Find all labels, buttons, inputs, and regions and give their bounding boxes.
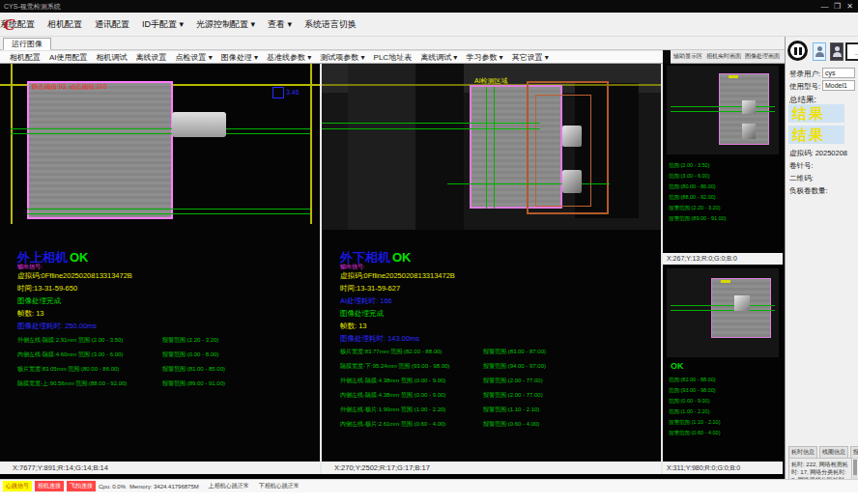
pause-button[interactable] xyxy=(787,41,808,61)
mid-measure-line-1 xyxy=(322,123,540,124)
alarm-range: 报警范围:(89.00 - 91.00) xyxy=(162,379,225,394)
menu-camera-config[interactable]: 相机配置 xyxy=(47,18,82,31)
measure-value: 外侧左线-极片:1.90mm 范围:(1.00 - 2.20) xyxy=(340,406,483,420)
left-cam-status: OK xyxy=(70,250,89,265)
menu-comm-config[interactable]: 通讯配置 xyxy=(95,18,129,31)
alarm-range: 报警范围:(0.60 - 4.00) xyxy=(483,420,539,434)
minimize-button[interactable]: — xyxy=(818,1,831,12)
model-field[interactable]: Model1 xyxy=(822,80,855,91)
thumb-top-bright-1 xyxy=(742,100,756,114)
left-cell-region xyxy=(27,81,173,219)
mid-elapsed-text: 图像处理耗时: 143.00ms xyxy=(340,334,419,344)
mid-slab-2 xyxy=(415,64,464,230)
app-window: CYS-视觉检测系统 — ❐ ✕ C 系统配置 相机配置 通讯配置 ID手配置 … xyxy=(0,0,858,504)
left-camera-panel[interactable]: 静态阈值:93, 动态阈值:100 3.46 外上相机OK 输出信号: 虚拟码:… xyxy=(0,64,320,462)
mid-signal-label: 输出信号: xyxy=(340,263,365,271)
measure-value: 外侧左线-隔膜:4.38mm 范围:(0.00 - 9.00) xyxy=(340,377,483,391)
left-measure-line-2 xyxy=(11,133,310,134)
app-logo-icon: C xyxy=(4,15,14,35)
left-roi-line-right xyxy=(310,64,312,224)
left-roi-line-left xyxy=(11,64,13,224)
measurement-row: 内侧左线-隔膜:4.60mm 范围:(3.00 - 6.00)报警范围:(0.0… xyxy=(17,350,225,365)
thumb-bottom-text: 范围:(0.00 - 9.00) xyxy=(669,396,710,406)
thumb-bottom-bright xyxy=(734,295,750,311)
measure-value: 极片宽度:83.05mm 范围:(80.00 - 86.00) xyxy=(17,365,162,379)
left-measure-line-3 xyxy=(27,209,310,210)
left-threshold-text: 静态阈值:93, 动态阈值:100 xyxy=(32,83,106,92)
thumb-top-text: 范围:(3.00 - 6.00) xyxy=(669,171,710,182)
user-switch-button[interactable] xyxy=(830,42,844,61)
alarm-range: 报警范围:(2.00 - 77.00) xyxy=(483,391,543,406)
tab-run-image[interactable]: 运行图像 xyxy=(3,38,51,50)
thumb-bottom-text: 报警范围:(0.60 - 4.00) xyxy=(669,428,721,438)
login-user-field[interactable]: cys xyxy=(822,68,855,78)
measurement-row: 外侧左线-极片:1.90mm 范围:(1.00 - 2.20)报警范围:(1.1… xyxy=(340,406,546,420)
mid-cam-status: OK xyxy=(392,250,412,265)
pause-icon xyxy=(787,41,808,61)
user-icon xyxy=(817,46,822,51)
tool-test-params[interactable]: 测试项参数 ▾ xyxy=(320,52,364,63)
toolbar: 相机配置 AI使用配置 相机调试 离线设置 点检设置 ▾ 图像处理 ▾ 基准线参… xyxy=(0,50,663,64)
tool-offline-debug[interactable]: 离线调试 ▾ xyxy=(420,52,457,63)
mid-measure-line-v2 xyxy=(494,87,495,209)
measure-value: 外侧左线-隔膜:2.91mm 范围:(2.00 - 3.50) xyxy=(17,336,162,350)
mid-slab-1 xyxy=(348,64,415,230)
mid-code-text: 虚拟码:0Ffline2025020813313472B xyxy=(340,271,455,281)
tool-other-setting[interactable]: 其它设置 ▾ xyxy=(512,52,549,63)
log-scrollbar-thumb[interactable] xyxy=(853,460,857,475)
sidebar: → 登录用户: cys 使用型号: Model1 总结果: 结果 结果 虚拟码:… xyxy=(785,37,858,479)
thumb-bottom-line-2 xyxy=(671,310,775,311)
bottom-margin xyxy=(0,492,858,504)
thumb-bottom-panel[interactable]: OK 范围:(82.00 - 88.00) 范围:(93.00 - 98.00)… xyxy=(663,265,783,462)
thumb-bottom-coords: X:311;Y:980;R:0;G:0;B:0 xyxy=(663,462,783,474)
thumb-top-text: 范围:(80.00 - 86.00) xyxy=(669,182,716,192)
thumb-bottom-text: 范围:(1.00 - 2.20) xyxy=(669,406,710,417)
mid-measurement-list: 极片宽度:83.77mm 范围:(82.00 - 88.00)报警范围:(83.… xyxy=(340,348,546,434)
result-badge-2: 结果 xyxy=(788,126,844,144)
tool-offline-setting[interactable]: 离线设置 xyxy=(136,52,167,63)
menu-id-config[interactable]: ID手配置 ▾ xyxy=(142,18,184,31)
thumb-top-panel[interactable]: 范围:(2.00 - 3.50) 范围:(3.00 - 6.00) 范围:(80… xyxy=(663,64,783,253)
measurement-row: 极片宽度:83.05mm 范围:(80.00 - 86.00)报警范围:(81.… xyxy=(17,365,225,379)
menu-light-config[interactable]: 光源控制配置 ▾ xyxy=(196,18,255,31)
tool-camera-debug[interactable]: 相机调试 xyxy=(97,52,128,63)
user-login-button[interactable] xyxy=(813,42,826,61)
thumb-tab-aux[interactable]: 辅助显示区 xyxy=(673,52,702,61)
menu-language[interactable]: 系统语言切换 xyxy=(304,18,357,31)
heartbeat-badge: 心跳信号 xyxy=(3,481,32,491)
menu-view[interactable]: 查看 ▾ xyxy=(268,18,292,31)
mid-measure-line-3 xyxy=(447,183,610,184)
thumb-tab-processed[interactable]: 图像处理画面 xyxy=(745,52,780,61)
upper-cam-heartbeat-text: 上相机心跳正常 xyxy=(209,482,249,490)
logout-button[interactable]: → xyxy=(845,42,858,61)
measurement-row: 极片宽度:83.77mm 范围:(82.00 - 88.00)报警范围:(83.… xyxy=(340,348,546,362)
tool-check-setting[interactable]: 点检设置 ▾ xyxy=(176,52,213,63)
needle-label: 卷针号: xyxy=(789,161,814,171)
mid-done-text: 图像处理完成 xyxy=(340,309,384,319)
close-button[interactable]: ✕ xyxy=(844,1,856,12)
measure-value: 极片宽度:83.77mm 范围:(82.00 - 88.00) xyxy=(340,348,483,362)
thumb-bottom-line-1 xyxy=(671,305,775,306)
tool-plc-table[interactable]: PLC地址表 xyxy=(374,52,413,63)
tool-image-process[interactable]: 图像处理 ▾ xyxy=(221,52,258,63)
thumb-tab-live[interactable]: 相机实时画面 xyxy=(706,52,741,61)
mid-pixel-coords: X:270;Y:2502;R:17;G:17;B:17 xyxy=(322,462,661,474)
tool-camera-config[interactable]: 相机配置 xyxy=(10,52,41,63)
tool-ai-config[interactable]: AI使用配置 xyxy=(49,52,88,63)
measurement-row: 内侧左线-极片:2.61mm 范围:(0.60 - 4.00)报警范围:(0.6… xyxy=(340,420,546,434)
measurement-row: 隔膜宽度-上:90.56mm 范围:(88.00 - 92.00)报警范围:(8… xyxy=(17,379,225,394)
measure-value: 隔膜宽度-上:90.56mm 范围:(88.00 - 92.00) xyxy=(17,379,162,394)
tab-strip: 运行图像 xyxy=(0,37,785,50)
measure-value: 内侧左线-隔膜:4.38mm 范围:(0.00 - 9.00) xyxy=(340,391,483,406)
left-tab-connector xyxy=(172,112,226,137)
model-label: 使用型号: xyxy=(789,82,820,92)
mid-bright-part-1 xyxy=(562,126,582,147)
maximize-button[interactable]: ❐ xyxy=(831,1,844,12)
mid-time-text: 时间:13-31-59-627 xyxy=(340,284,400,294)
mid-camera-panel[interactable]: AI检测区域 外下相机OK 输出信号: 虚拟码:0Ffline202502081… xyxy=(322,64,661,462)
alarm-range: 报警范围:(81.00 - 85.00) xyxy=(162,365,225,379)
tool-learn-params[interactable]: 学习参数 ▾ xyxy=(466,52,502,63)
thumb-bottom-ok: OK xyxy=(671,361,684,371)
tool-baseline-params[interactable]: 基准线参数 ▾ xyxy=(267,52,311,63)
memory-usage-text: Memory: 3424.41796875M xyxy=(129,484,199,490)
